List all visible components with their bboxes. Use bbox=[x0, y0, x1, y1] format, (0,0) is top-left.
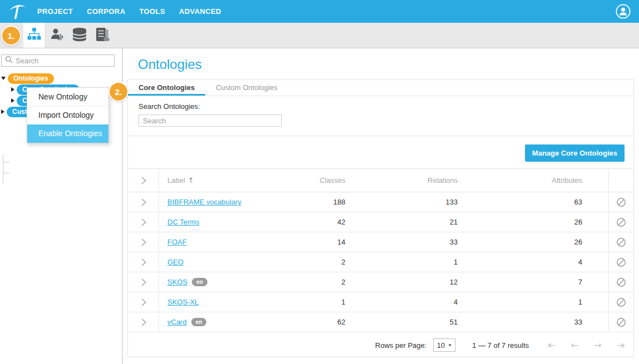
toolbar-hierarchy-button[interactable] bbox=[23, 23, 44, 48]
disable-ontology-icon[interactable] bbox=[608, 252, 633, 272]
menu-item-enable-ontologies[interactable]: Enable Ontologies bbox=[27, 124, 108, 143]
page-title: Ontologies bbox=[123, 48, 639, 79]
ontology-link[interactable]: BIBFRAME vocabulary bbox=[167, 198, 241, 206]
row-expand-chevron[interactable] bbox=[128, 312, 159, 332]
classes-count: 14 bbox=[270, 238, 345, 246]
step-badge-1: 1. bbox=[1, 26, 21, 46]
nav-item-tools[interactable]: TOOLS bbox=[139, 7, 165, 16]
attributes-count: 7 bbox=[458, 278, 608, 286]
sidebar-search-input[interactable] bbox=[16, 57, 111, 65]
ontology-link[interactable]: SKOS-XL bbox=[167, 298, 199, 306]
relations-count: 33 bbox=[345, 238, 458, 246]
ontology-search-section: Search Ontologies: bbox=[128, 96, 633, 136]
manage-core-ontologies-button[interactable]: Manage Core Ontologies bbox=[525, 144, 625, 162]
tab-core-ontologies[interactable]: Core Ontologies bbox=[128, 80, 205, 96]
column-header-classes[interactable]: Classes bbox=[270, 176, 345, 185]
table-row: vCarden 62 51 33 bbox=[128, 312, 633, 332]
umbrella-logo-icon bbox=[7, 1, 27, 22]
ontology-link[interactable]: DC Terms bbox=[167, 218, 200, 226]
relations-count: 12 bbox=[345, 278, 458, 286]
classes-count: 62 bbox=[270, 318, 345, 326]
attributes-count: 63 bbox=[458, 198, 608, 206]
last-page-icon[interactable]: ⇥ bbox=[617, 340, 625, 351]
table-row: DC Terms 42 21 26 bbox=[128, 212, 633, 232]
language-badge: en bbox=[191, 318, 207, 326]
next-page-icon[interactable]: → bbox=[594, 340, 602, 351]
ontology-link[interactable]: FOAF bbox=[167, 238, 187, 246]
expand-arrow-icon[interactable] bbox=[1, 109, 4, 114]
hierarchy-icon bbox=[27, 28, 42, 43]
disable-ontology-icon[interactable] bbox=[608, 212, 633, 232]
column-header-attributes[interactable]: Attributes bbox=[458, 176, 608, 185]
nav-item-advanced[interactable]: ADVANCED bbox=[179, 7, 221, 16]
column-header-actions bbox=[608, 169, 633, 192]
menu-item-new-ontology[interactable]: New Ontology bbox=[27, 88, 108, 106]
table-row: SKOS-XL 1 4 1 bbox=[128, 292, 633, 312]
relations-count: 1 bbox=[345, 258, 458, 266]
disable-ontology-icon[interactable] bbox=[608, 312, 633, 332]
disable-ontology-icon[interactable] bbox=[608, 272, 633, 292]
tree-connector bbox=[3, 162, 9, 162]
user-account-icon[interactable] bbox=[616, 4, 631, 19]
row-expand-chevron[interactable] bbox=[128, 212, 159, 232]
toolbar-database-button[interactable] bbox=[69, 23, 90, 48]
first-page-icon[interactable]: ⇤ bbox=[548, 340, 556, 351]
attributes-count: 4 bbox=[458, 258, 608, 266]
column-header-relations[interactable]: Relations bbox=[345, 176, 458, 185]
previous-page-icon[interactable]: ← bbox=[571, 340, 578, 351]
nav-item-corpora[interactable]: CORPORA bbox=[87, 7, 125, 16]
module-toolbar: 1. bbox=[0, 23, 639, 48]
attributes-count: 26 bbox=[458, 218, 608, 226]
header-expand-icon bbox=[128, 169, 159, 192]
classes-count: 2 bbox=[270, 278, 345, 286]
tree-connector bbox=[3, 173, 9, 173]
tree-label-ontologies[interactable]: Ontologies bbox=[8, 73, 54, 84]
table-row: GEO 2 1 4 bbox=[128, 252, 633, 272]
table-row: BIBFRAME vocabulary 188 133 63 bbox=[128, 192, 633, 212]
main-panel: Ontologies Core Ontologies Custom Ontolo… bbox=[123, 48, 639, 364]
app-header: PROJECT CORPORA TOOLS ADVANCED bbox=[0, 0, 639, 23]
tab-custom-ontologies[interactable]: Custom Ontologies bbox=[205, 80, 288, 96]
disable-ontology-icon[interactable] bbox=[608, 292, 633, 312]
search-ontologies-label: Search Ontologies: bbox=[138, 102, 633, 111]
collapse-arrow-icon[interactable] bbox=[1, 77, 6, 80]
user-gear-icon bbox=[49, 27, 64, 44]
tab-bar: Core Ontologies Custom Ontologies bbox=[128, 80, 633, 96]
main-nav: PROJECT CORPORA TOOLS ADVANCED bbox=[37, 7, 221, 16]
row-expand-chevron[interactable] bbox=[128, 292, 159, 312]
classes-count: 42 bbox=[270, 218, 345, 226]
tree-node-ontologies: Ontologies bbox=[0, 73, 122, 84]
relations-count: 21 bbox=[345, 218, 458, 226]
classes-count: 188 bbox=[270, 198, 345, 206]
ontology-context-menu: New Ontology Import Ontology Enable Onto… bbox=[27, 87, 109, 143]
rows-per-page-label: Rows per Page: bbox=[375, 341, 427, 350]
column-header-label[interactable]: Label ↑ bbox=[159, 176, 270, 185]
ontology-link[interactable]: SKOS bbox=[167, 278, 187, 286]
menu-item-import-ontology[interactable]: Import Ontology bbox=[27, 106, 108, 124]
sidebar-search-box[interactable] bbox=[1, 54, 115, 67]
row-expand-chevron[interactable] bbox=[128, 272, 159, 292]
ontology-search-input[interactable] bbox=[138, 114, 282, 127]
classes-count: 1 bbox=[270, 298, 345, 306]
table-pagination: Rows per Page: 10 ▼ 1 — 7 of 7 results ⇤… bbox=[128, 332, 633, 358]
step-badge-2: 2. bbox=[108, 82, 128, 102]
ontology-link[interactable]: GEO bbox=[167, 258, 184, 266]
expand-arrow-icon[interactable] bbox=[11, 98, 14, 103]
toolbar-server-button[interactable] bbox=[92, 23, 113, 48]
row-expand-chevron[interactable] bbox=[128, 232, 159, 252]
ontology-link[interactable]: vCard bbox=[167, 318, 187, 326]
chevron-down-icon: ▼ bbox=[448, 343, 452, 348]
sort-ascending-icon: ↑ bbox=[188, 176, 194, 185]
expand-arrow-icon[interactable] bbox=[11, 87, 14, 92]
tree-connector bbox=[3, 156, 3, 183]
row-expand-chevron[interactable] bbox=[128, 252, 159, 272]
disable-ontology-icon[interactable] bbox=[608, 232, 633, 252]
nav-item-project[interactable]: PROJECT bbox=[37, 7, 73, 16]
toolbar-user-admin-button[interactable] bbox=[46, 23, 67, 48]
rows-per-page-select[interactable]: 10 ▼ bbox=[433, 338, 455, 352]
row-expand-chevron[interactable] bbox=[128, 192, 159, 212]
relations-count: 4 bbox=[345, 298, 458, 306]
classes-count: 2 bbox=[270, 258, 345, 266]
disable-ontology-icon[interactable] bbox=[608, 192, 633, 212]
attributes-count: 1 bbox=[458, 298, 608, 306]
